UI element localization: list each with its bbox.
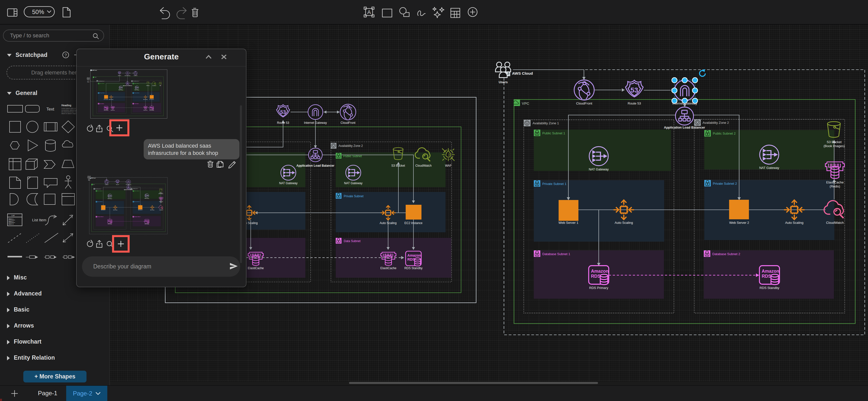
svg-text:Heading: Heading	[61, 104, 71, 107]
svg-text:?: ?	[64, 53, 67, 58]
svg-text:Item 2: Item 2	[8, 221, 13, 222]
svg-text:List Item: List Item	[32, 218, 46, 222]
svg-text:Item 3: Item 3	[8, 223, 13, 225]
svg-text:A: A	[367, 9, 371, 15]
svg-text:Item 1: Item 1	[8, 218, 13, 220]
svg-text:Text: Text	[46, 107, 54, 111]
svg-text:50%: 50%	[32, 8, 44, 15]
svg-text:List: List	[11, 214, 15, 216]
